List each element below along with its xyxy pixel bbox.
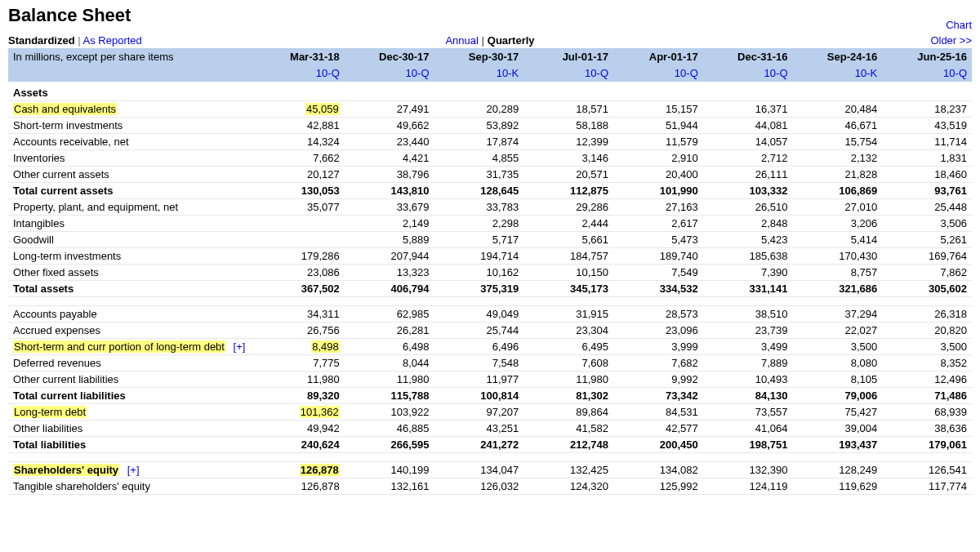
cell-value: 27,491: [345, 101, 434, 118]
cell-value: 58,188: [523, 118, 613, 134]
cell-value: 14,324: [255, 134, 345, 150]
table-row: Assets: [8, 82, 972, 101]
divider: |: [482, 34, 488, 47]
cell-value: 140,199: [345, 462, 434, 479]
view-standardized[interactable]: Standardized: [8, 34, 75, 47]
cell-value: 38,636: [882, 421, 972, 437]
cell-value: 101,990: [613, 183, 703, 199]
cell-value: 124,320: [523, 479, 613, 495]
row-label: Short-term investments: [8, 118, 255, 134]
cell-value: 20,820: [882, 323, 972, 339]
expand-toggle[interactable]: [+]: [234, 341, 246, 353]
cell-value: 184,757: [523, 248, 613, 265]
cell-value: 240,624: [255, 437, 345, 453]
cell-value: 9,992: [613, 372, 703, 388]
filing-link[interactable]: 10-K: [793, 65, 883, 82]
expand-toggle[interactable]: [+]: [127, 464, 140, 476]
cell-value: 128,249: [793, 462, 883, 479]
cell-value: 93,761: [882, 183, 972, 199]
units-label: In millions, except per share items: [8, 48, 255, 65]
cell-value: 62,985: [345, 306, 434, 323]
period-header: Jun-25-16: [882, 48, 972, 65]
cell-value: 26,111: [703, 167, 793, 183]
cell-value: 2,712: [703, 150, 793, 167]
filing-header-row: 10-Q10-Q10-K10-Q10-Q10-Q10-K10-Q: [8, 65, 972, 82]
cell-value: 2,848: [703, 216, 793, 232]
cell-value: 126,541: [882, 462, 972, 479]
table-row: Deferred revenues7,7758,0447,5487,6087,6…: [8, 355, 972, 372]
cell-value: 200,450: [613, 437, 703, 453]
period-quarterly[interactable]: Quarterly: [488, 34, 535, 47]
filing-link[interactable]: 10-Q: [703, 65, 793, 82]
cell-value: 134,082: [613, 462, 703, 479]
cell-value: 10,162: [434, 265, 524, 281]
cell-value: 4,421: [345, 150, 434, 167]
cell-value: 8,080: [793, 355, 883, 372]
cell-value: 18,460: [882, 167, 972, 183]
cell-value: 345,173: [523, 281, 613, 297]
row-label: Property, plant, and equipment, net: [8, 199, 255, 216]
cell-value: 7,889: [703, 355, 793, 372]
cell-value: 194,714: [434, 248, 524, 265]
filing-link[interactable]: 10-Q: [345, 65, 434, 82]
cell-value: 11,980: [255, 372, 345, 388]
cell-value: 179,061: [882, 437, 972, 453]
cell-value: 31,915: [523, 306, 613, 323]
cell-value: 22,027: [793, 323, 883, 339]
view-as-reported[interactable]: As Reported: [83, 34, 142, 47]
cell-value: 103,922: [345, 404, 434, 421]
cell-value: 169,764: [882, 248, 972, 265]
cell-value: 7,390: [703, 265, 793, 281]
table-row: Other current assets20,12738,79631,73520…: [8, 167, 972, 183]
cell-value: 39,004: [793, 421, 883, 437]
cell-value: 20,289: [434, 101, 524, 118]
period-header: Apr-01-17: [613, 48, 703, 65]
cell-value: 7,662: [255, 150, 345, 167]
cell-value: 266,595: [345, 437, 434, 453]
cell-value: 89,864: [523, 404, 613, 421]
cell-value: 406,794: [345, 281, 434, 297]
row-label: Total liabilities: [8, 437, 255, 453]
filing-link[interactable]: 10-K: [434, 65, 524, 82]
cell-value: 26,281: [345, 323, 434, 339]
cell-value: 27,163: [613, 199, 703, 216]
cell-value: 20,571: [523, 167, 613, 183]
cell-value: 43,251: [434, 421, 524, 437]
cell-value: 26,756: [255, 323, 345, 339]
row-label: Tangible shareholders' equity: [8, 479, 255, 495]
cell-value: 125,992: [613, 479, 703, 495]
table-row: Short-term investments42,88149,66253,892…: [8, 118, 972, 134]
cell-value: 119,629: [793, 479, 883, 495]
filing-link[interactable]: 10-Q: [882, 65, 972, 82]
cell-value: 73,342: [613, 388, 703, 404]
filing-link[interactable]: 10-Q: [523, 65, 613, 82]
cell-value: 331,141: [703, 281, 793, 297]
period-header: Dec-31-16: [703, 48, 793, 65]
cell-value: 106,869: [793, 183, 883, 199]
cell-value: 71,486: [882, 388, 972, 404]
cell-value: 49,662: [345, 118, 434, 134]
table-row: Tangible shareholders' equity126,878132,…: [8, 479, 972, 495]
filing-link[interactable]: 10-Q: [613, 65, 703, 82]
cell-value: 3,500: [793, 339, 883, 355]
cell-value: 20,484: [793, 101, 883, 118]
cell-value: 189,740: [613, 248, 703, 265]
cell-value: 132,161: [345, 479, 434, 495]
cell-value: 7,608: [523, 355, 613, 372]
period-annual[interactable]: Annual: [445, 34, 478, 47]
cell-value: 23,086: [255, 265, 345, 281]
cell-value: 35,077: [255, 199, 345, 216]
cell-value: 8,044: [345, 355, 434, 372]
cell-value: [255, 216, 345, 232]
chart-link[interactable]: Chart: [946, 19, 972, 31]
cell-value: 46,671: [793, 118, 883, 134]
row-label: Total assets: [8, 281, 255, 297]
cell-value: 7,549: [613, 265, 703, 281]
cell-value: 26,318: [882, 306, 972, 323]
older-link[interactable]: Older >>: [930, 34, 972, 47]
filing-link[interactable]: 10-Q: [255, 65, 345, 82]
cell-value: 38,796: [345, 167, 434, 183]
table-row: Total liabilities240,624266,595241,27221…: [8, 437, 972, 453]
cell-value: 2,298: [434, 216, 524, 232]
cell-value: 23,304: [523, 323, 613, 339]
